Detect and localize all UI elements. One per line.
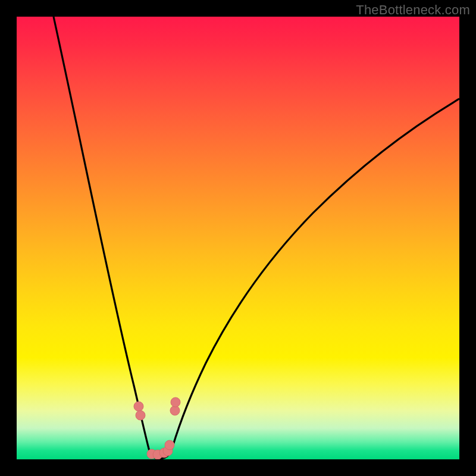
data-marker bbox=[136, 411, 145, 420]
data-marker bbox=[165, 440, 174, 450]
bottleneck-curve bbox=[17, 17, 459, 459]
curve-right bbox=[158, 99, 459, 459]
data-marker bbox=[134, 402, 143, 411]
data-marker bbox=[171, 397, 180, 407]
watermark-label: TheBottleneck.com bbox=[356, 2, 470, 18]
chart-frame: TheBottleneck.com bbox=[0, 0, 476, 476]
plot-area bbox=[17, 17, 459, 459]
curve-left bbox=[54, 17, 158, 459]
marker-group bbox=[134, 397, 180, 459]
